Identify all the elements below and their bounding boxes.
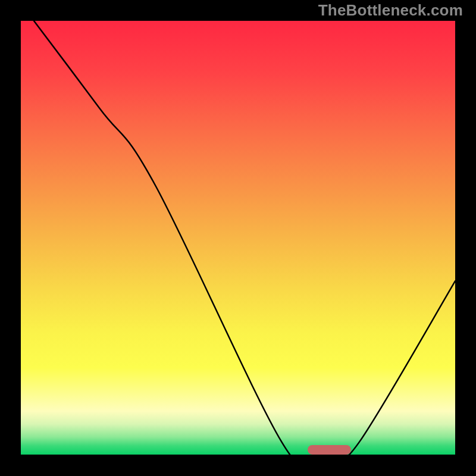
chart-plot-area [21,21,455,455]
watermark-text: TheBottleneck.com [318,1,463,20]
chart-curve [21,21,455,455]
chart-optimal-marker [308,445,351,455]
